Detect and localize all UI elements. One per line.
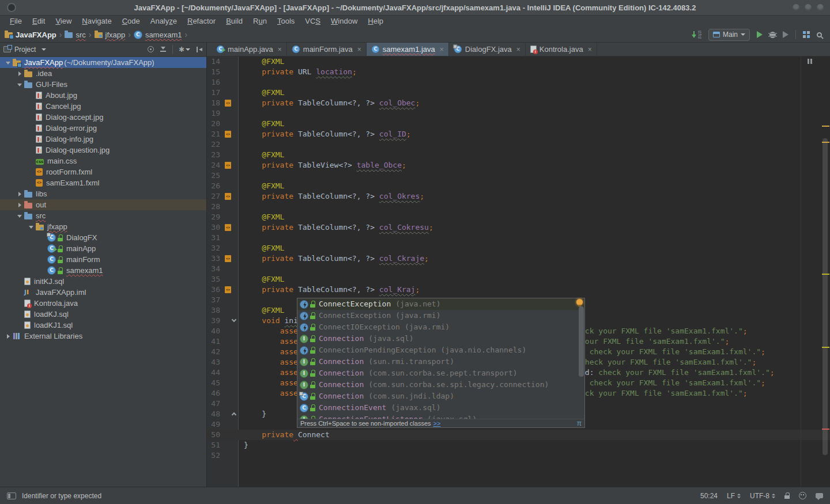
menu-item-edit[interactable]: Edit xyxy=(27,16,50,27)
code-line-24[interactable]: 24 private TableView<?> table_Obce; xyxy=(207,160,830,170)
completion-item[interactable]: ConnectionEventListener(javax.sql) xyxy=(297,414,584,419)
breadcrumb-item-src[interactable]: src xyxy=(65,31,85,39)
code-line-50[interactable]: 50 private Connect xyxy=(207,430,830,440)
menu-item-code[interactable]: Code xyxy=(117,16,145,27)
tree-item-dialog-accept-jpg[interactable]: Dialog-accept.jpg xyxy=(0,112,206,123)
code-line-17[interactable]: 17 @FXML xyxy=(207,88,830,98)
code-line-26[interactable]: 26 @FXML xyxy=(207,181,830,191)
code-line-22[interactable]: 22 xyxy=(207,139,830,150)
code-line-52[interactable]: 52 xyxy=(207,450,830,461)
inspection-profile-icon[interactable] xyxy=(799,492,806,499)
tab-mainApp-java[interactable]: mainApp.java× xyxy=(212,43,287,56)
tree-item-initkj-sql[interactable]: initKJ.sql xyxy=(0,276,206,287)
scroll-to-source-icon[interactable] xyxy=(148,46,154,52)
code-line-29[interactable]: 29 @FXML xyxy=(207,212,830,222)
menu-item-tools[interactable]: Tools xyxy=(272,16,300,27)
tree-item-samexam1[interactable]: samexam1 xyxy=(0,265,206,276)
code-line-23[interactable]: 23 @FXML xyxy=(207,150,830,160)
completion-item[interactable]: Connection(sun.rmi.transport) xyxy=(297,356,584,367)
code-line-31[interactable]: 31 xyxy=(207,233,830,243)
menu-item-file[interactable]: File xyxy=(5,16,27,27)
tree-item-rootform-fxml[interactable]: rootForm.fxml xyxy=(0,166,206,177)
search-icon[interactable] xyxy=(817,32,822,37)
code-line-33[interactable]: 33 private TableColumn<?, ?> col_Ckraje; xyxy=(207,253,830,264)
tab-mainForm-java[interactable]: mainForm.java× xyxy=(287,43,367,56)
tree-item-loadkj-sql[interactable]: loadKJ.sql xyxy=(0,309,206,320)
tree-item--idea[interactable]: .idea xyxy=(0,68,206,79)
code-line-18[interactable]: 18 private TableColumn<?, ?> col_Obec; xyxy=(207,98,830,108)
tree-item-dialog-info-jpg[interactable]: Dialog-info.jpg xyxy=(0,134,206,145)
tree-item-dialog-error-jpg[interactable]: Dialog-error.jpg xyxy=(0,123,206,134)
tree-item-kontrola-java[interactable]: Kontrola.java xyxy=(0,298,206,309)
tree-item-dialogfx[interactable]: DialogFX xyxy=(0,232,206,243)
tree-item-mainform[interactable]: mainForm xyxy=(0,254,206,265)
completion-item[interactable]: Connection(com.sun.jndi.ldap) xyxy=(297,391,584,402)
breadcrumb-item-JavaFXApp[interactable]: JavaFXApp xyxy=(5,31,56,39)
warning-stripe-mark[interactable] xyxy=(822,274,829,275)
chevron-collapsed-icon[interactable] xyxy=(5,331,13,342)
tree-item-gui-files[interactable]: GUI-Files xyxy=(0,79,206,90)
completion-item[interactable]: Connection(com.sun.corba.se.spi.legacy.c… xyxy=(297,379,584,391)
menu-item-analyze[interactable]: Analyze xyxy=(145,16,182,27)
editor[interactable]: 14 @FXML15 private URL location;1617 @FX… xyxy=(207,56,830,487)
tree-item-javafxapp[interactable]: JavaFXApp (~/Dokumenty/JavaFXApp) xyxy=(0,57,206,68)
chevron-collapsed-icon[interactable] xyxy=(16,199,24,210)
vcs-update-icon[interactable]: 01 10 01 xyxy=(691,31,701,39)
chevron-expanded-icon[interactable] xyxy=(16,210,24,221)
code-line-28[interactable]: 28 xyxy=(207,202,830,212)
chevron-expanded-icon[interactable] xyxy=(16,79,24,90)
toolwindow-toggle-icon[interactable] xyxy=(7,492,16,499)
menu-item-help[interactable]: Help xyxy=(363,16,388,27)
warning-stripe-mark[interactable] xyxy=(822,347,829,348)
line-separator-selector[interactable]: LF xyxy=(727,492,741,500)
fxml-gutter-icon[interactable] xyxy=(225,224,231,231)
menu-item-build[interactable]: Build xyxy=(221,16,248,27)
debug-button[interactable] xyxy=(769,32,776,38)
completion-item[interactable]: ConnectionEvent(javax.sql) xyxy=(297,402,584,414)
tree-item-main-css[interactable]: main.css xyxy=(0,156,206,166)
breadcrumb-item-samexam1[interactable]: samexam1 xyxy=(134,31,182,39)
run-configuration-combo[interactable]: Main xyxy=(708,29,750,41)
fxml-gutter-icon[interactable] xyxy=(225,131,231,138)
close-tab-icon[interactable]: × xyxy=(516,46,520,54)
fxml-gutter-icon[interactable] xyxy=(225,100,231,107)
minimize-icon[interactable] xyxy=(792,3,800,12)
readonly-lock-icon[interactable] xyxy=(784,492,790,499)
error-stripe-toggle-icon[interactable] xyxy=(808,59,813,65)
hide-panel-icon[interactable] xyxy=(196,46,203,53)
more-link[interactable]: >> xyxy=(433,420,441,427)
tree-item-mainapp[interactable]: mainApp xyxy=(0,243,206,254)
completion-item[interactable]: ConnectException(java.rmi) xyxy=(297,310,584,321)
fold-end-icon[interactable] xyxy=(232,412,236,417)
code-line-35[interactable]: 35 @FXML xyxy=(207,274,830,285)
tab-samexam1-java[interactable]: samexam1.java× xyxy=(367,43,449,56)
tree-item-samexam1-fxml[interactable]: samExam1.fxml xyxy=(0,177,206,188)
menu-item-refactor[interactable]: Refactor xyxy=(182,16,221,27)
chevron-expanded-icon[interactable] xyxy=(28,221,36,232)
fxml-gutter-icon[interactable] xyxy=(225,286,231,293)
tree-item-cancel-jpg[interactable]: Cancel.jpg xyxy=(0,101,206,112)
chevron-collapsed-icon[interactable] xyxy=(16,68,24,79)
tree-item-libs[interactable]: libs xyxy=(0,188,206,199)
menu-item-run[interactable]: Run xyxy=(248,16,272,27)
close-icon[interactable] xyxy=(816,3,824,12)
tab-Kontrola-java[interactable]: Kontrola.java× xyxy=(526,43,597,56)
chevron-collapsed-icon[interactable] xyxy=(16,188,24,199)
tree-item-loadkj1-sql[interactable]: loadKJ1.sql xyxy=(0,320,206,331)
tree-item-src[interactable]: src xyxy=(0,210,206,221)
completion-scrollbar[interactable] xyxy=(579,306,584,377)
collapse-all-icon[interactable] xyxy=(160,46,167,53)
fxml-gutter-icon[interactable] xyxy=(225,193,231,200)
code-line-27[interactable]: 27 private TableColumn<?, ?> col_Okres; xyxy=(207,191,830,202)
chevron-expanded-icon[interactable] xyxy=(5,57,13,68)
error-stripe-mark[interactable] xyxy=(822,429,829,430)
completion-item[interactable]: ConnectionPendingException(java.nio.chan… xyxy=(297,344,584,356)
code-line-21[interactable]: 21 private TableColumn<?, ?> col_ID; xyxy=(207,129,830,139)
editor-scrollbar[interactable] xyxy=(823,138,828,455)
completion-item[interactable]: ConnectIOException(java.rmi) xyxy=(297,321,584,333)
code-line-32[interactable]: 32 @FXML xyxy=(207,243,830,253)
menu-item-window[interactable]: Window xyxy=(326,16,363,27)
encoding-selector[interactable]: UTF-8 xyxy=(750,492,775,500)
code-line-34[interactable]: 34 xyxy=(207,264,830,274)
chevron-down-icon[interactable] xyxy=(42,48,46,51)
